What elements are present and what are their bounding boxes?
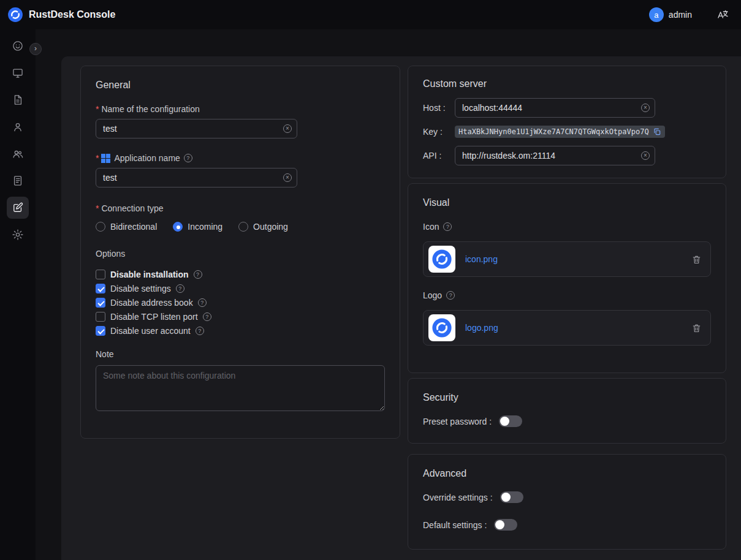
- checkbox[interactable]: [96, 326, 105, 336]
- radio-button[interactable]: [238, 222, 248, 232]
- config-name-label: Name of the configuration: [101, 104, 199, 114]
- sidebar-item-devices[interactable]: [7, 62, 29, 84]
- connection-type-radio-group: Bidirectional Incoming Outgoing: [96, 222, 385, 232]
- override-settings-label: Override settings :: [423, 493, 493, 502]
- help-icon[interactable]: [196, 327, 204, 335]
- host-row: Host :: [423, 98, 711, 118]
- user-name[interactable]: admin: [669, 10, 692, 20]
- user-icon: [12, 121, 24, 133]
- language-switch-icon[interactable]: [716, 9, 729, 21]
- api-input[interactable]: [455, 146, 655, 165]
- icon-label: Icon: [423, 222, 439, 232]
- checkbox[interactable]: [96, 312, 105, 322]
- advanced-title: Advanced: [423, 468, 711, 479]
- options-check-list: Disable installation Disable settings Di…: [96, 270, 385, 336]
- advanced-card: Advanced Override settings : Default set…: [408, 454, 726, 550]
- clear-icon[interactable]: [641, 151, 650, 160]
- radio-label: Incoming: [188, 222, 222, 232]
- main-panel: General Name of the configuration Applic…: [61, 56, 741, 560]
- check-disable-installation[interactable]: Disable installation: [96, 270, 385, 279]
- security-card: Security Preset password :: [408, 378, 726, 444]
- custom-server-title: Custom server: [423, 78, 711, 89]
- host-label: Host :: [423, 103, 455, 113]
- sidebar-item-configurations[interactable]: [7, 197, 29, 219]
- override-settings-toggle[interactable]: [500, 491, 523, 503]
- radio-incoming[interactable]: Incoming: [173, 222, 222, 232]
- sidebar-item-users[interactable]: [7, 116, 29, 138]
- logo-file-link[interactable]: logo.png: [465, 323, 498, 333]
- security-title: Security: [423, 392, 711, 403]
- trash-icon[interactable]: [691, 323, 702, 333]
- sidebar-item-groups[interactable]: [7, 143, 29, 165]
- visual-card: Visual Icon icon.png: [408, 183, 726, 373]
- app-name-input[interactable]: [96, 168, 297, 187]
- smiley-status-icon: [12, 40, 24, 52]
- default-settings-row: Default settings :: [423, 519, 711, 531]
- api-row: API :: [423, 146, 711, 165]
- check-disable-tcp-listen-port[interactable]: Disable TCP listen port: [96, 312, 385, 322]
- options-label: Options: [96, 249, 385, 259]
- clear-icon[interactable]: [283, 124, 292, 133]
- connection-type-label-row: Connection type: [96, 203, 385, 213]
- checkbox[interactable]: [96, 270, 105, 279]
- help-icon[interactable]: [198, 298, 207, 307]
- radio-label: Outgoing: [253, 222, 288, 232]
- devices-icon: [12, 67, 24, 79]
- note-label: Note: [96, 349, 385, 359]
- sidebar-item-audit-log[interactable]: [7, 170, 29, 192]
- key-value: HtaXBkJNHyn0e1U1jWXze7A7CN7QTGWqxkOtpaVp…: [458, 127, 649, 136]
- api-label: API :: [423, 151, 455, 161]
- check-label: Disable TCP listen port: [110, 312, 198, 322]
- preset-password-toggle[interactable]: [499, 415, 522, 427]
- override-settings-row: Override settings :: [423, 491, 711, 503]
- clear-icon[interactable]: [641, 104, 650, 112]
- logo-preview: [428, 314, 455, 341]
- copy-icon[interactable]: [653, 127, 661, 136]
- help-icon[interactable]: [443, 222, 452, 231]
- logo-label-row: Logo: [423, 290, 711, 300]
- help-icon[interactable]: [194, 270, 202, 279]
- config-name-label-row: Name of the configuration: [96, 104, 385, 114]
- preset-password-label: Preset password :: [423, 417, 492, 426]
- sidebar: [0, 29, 36, 560]
- check-disable-user-account[interactable]: Disable user account: [96, 326, 385, 336]
- config-name-input[interactable]: [96, 119, 297, 138]
- clear-icon[interactable]: [283, 173, 292, 182]
- check-disable-address-book[interactable]: Disable address book: [96, 298, 385, 308]
- radio-label: Bidirectional: [110, 222, 157, 232]
- icon-label-row: Icon: [423, 222, 711, 232]
- sidebar-item-status[interactable]: [7, 35, 29, 57]
- app-name-label: Application name: [114, 153, 180, 163]
- radio-button[interactable]: [173, 222, 183, 232]
- windows-icon: [101, 154, 110, 163]
- help-icon[interactable]: [184, 154, 192, 162]
- help-icon[interactable]: [203, 312, 211, 321]
- required-asterisk: [96, 203, 99, 213]
- checkbox[interactable]: [96, 298, 105, 308]
- users-group-icon: [12, 148, 24, 160]
- host-input[interactable]: [455, 98, 655, 118]
- default-settings-toggle[interactable]: [494, 519, 517, 531]
- user-avatar[interactable]: a: [649, 7, 664, 22]
- check-label: Disable address book: [110, 298, 193, 308]
- help-icon[interactable]: [446, 291, 455, 300]
- trash-icon[interactable]: [691, 254, 702, 265]
- edit-config-icon: [12, 202, 24, 214]
- icon-preview: [428, 246, 455, 273]
- help-icon[interactable]: [176, 284, 184, 293]
- document-icon: [12, 94, 24, 106]
- radio-bidirectional[interactable]: Bidirectional: [96, 222, 157, 232]
- sidebar-collapse-button[interactable]: [29, 43, 42, 55]
- sidebar-item-documents[interactable]: [7, 89, 29, 111]
- logo-file-box: logo.png: [423, 310, 711, 346]
- sidebar-item-settings[interactable]: [7, 224, 29, 246]
- note-textarea[interactable]: [96, 365, 385, 411]
- radio-button[interactable]: [96, 222, 105, 232]
- logo-label: Logo: [423, 290, 442, 300]
- preset-password-row: Preset password :: [423, 415, 711, 427]
- checkbox[interactable]: [96, 284, 105, 293]
- check-disable-settings[interactable]: Disable settings: [96, 284, 385, 293]
- radio-outgoing[interactable]: Outgoing: [238, 222, 288, 232]
- icon-file-link[interactable]: icon.png: [465, 254, 498, 264]
- connection-type-label: Connection type: [101, 203, 163, 213]
